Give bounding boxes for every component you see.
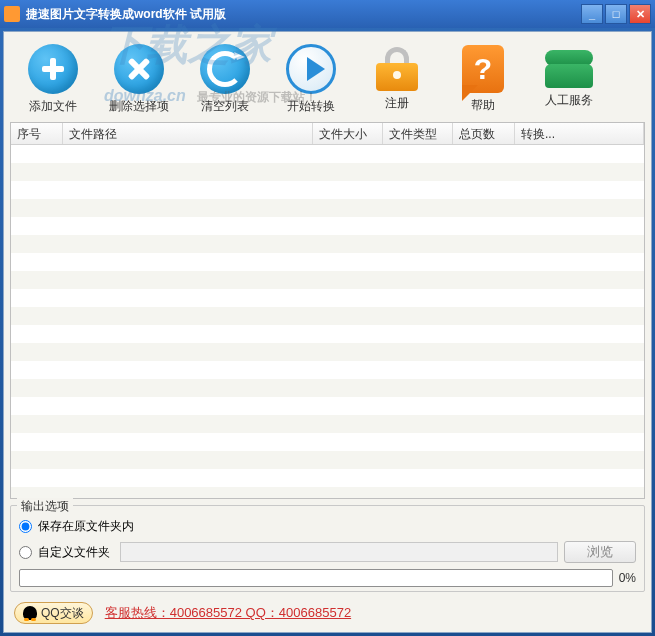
window-title: 捷速图片文字转换成word软件 试用版 <box>26 6 581 23</box>
browse-button[interactable]: 浏览 <box>564 541 636 563</box>
qq-chat-button[interactable]: QQ交谈 <box>14 602 93 624</box>
register-label: 注册 <box>385 95 409 112</box>
radio-custom-folder-label[interactable]: 自定义文件夹 <box>38 544 110 561</box>
help-icon: ? <box>462 45 504 93</box>
remove-selected-button[interactable]: 删除选择项 <box>96 44 182 115</box>
add-file-label: 添加文件 <box>29 98 77 115</box>
window-controls: _ □ ✕ <box>581 4 651 24</box>
add-file-button[interactable]: 添加文件 <box>10 44 96 115</box>
register-button[interactable]: 注册 <box>354 47 440 112</box>
col-pages[interactable]: 总页数 <box>453 123 515 144</box>
hotline-link[interactable]: 客服热线：4006685572 QQ：4006685572 <box>105 604 351 622</box>
radio-same-folder[interactable] <box>19 520 32 533</box>
radio-same-folder-row: 保存在原文件夹内 <box>19 518 636 535</box>
col-convert[interactable]: 转换... <box>515 123 644 144</box>
app-window: 捷速图片文字转换成word软件 试用版 _ □ ✕ 下载之家 downza.cn… <box>0 0 655 636</box>
reset-icon <box>200 44 250 94</box>
progress-row: 0% <box>19 569 636 587</box>
service-button[interactable]: 人工服务 <box>526 50 612 109</box>
x-icon <box>114 44 164 94</box>
clear-list-button[interactable]: 清空列表 <box>182 44 268 115</box>
service-label: 人工服务 <box>545 92 593 109</box>
col-index[interactable]: 序号 <box>11 123 63 144</box>
maximize-button[interactable]: □ <box>605 4 627 24</box>
table-body[interactable] <box>11 145 644 498</box>
col-path[interactable]: 文件路径 <box>63 123 313 144</box>
custom-path-input[interactable] <box>120 542 558 562</box>
output-legend: 输出选项 <box>17 498 73 515</box>
qq-chat-label: QQ交谈 <box>41 605 84 622</box>
col-type[interactable]: 文件类型 <box>383 123 453 144</box>
start-convert-button[interactable]: 开始转换 <box>268 44 354 115</box>
file-table: 序号 文件路径 文件大小 文件类型 总页数 转换... <box>10 122 645 499</box>
close-button[interactable]: ✕ <box>629 4 651 24</box>
phone-icon <box>545 50 593 88</box>
footer: QQ交谈 客服热线：4006685572 QQ：4006685572 <box>4 598 651 632</box>
radio-same-folder-label[interactable]: 保存在原文件夹内 <box>38 518 134 535</box>
radio-custom-folder-row: 自定义文件夹 浏览 <box>19 541 636 563</box>
remove-selected-label: 删除选择项 <box>109 98 169 115</box>
progress-percent: 0% <box>619 571 636 585</box>
output-options: 输出选项 保存在原文件夹内 自定义文件夹 浏览 0% <box>10 505 645 592</box>
qq-icon <box>23 606 37 620</box>
radio-custom-folder[interactable] <box>19 546 32 559</box>
plus-icon <box>28 44 78 94</box>
play-icon <box>286 44 336 94</box>
client-area: 下载之家 downza.cn 最专业的资源下载站！ 添加文件 删除选择项 清空列… <box>3 31 652 633</box>
help-button[interactable]: ? 帮助 <box>440 45 526 114</box>
progress-bar <box>19 569 613 587</box>
start-convert-label: 开始转换 <box>287 98 335 115</box>
toolbar: 添加文件 删除选择项 清空列表 开始转换 注册 ? <box>4 32 651 122</box>
col-size[interactable]: 文件大小 <box>313 123 383 144</box>
clear-list-label: 清空列表 <box>201 98 249 115</box>
minimize-button[interactable]: _ <box>581 4 603 24</box>
table-header: 序号 文件路径 文件大小 文件类型 总页数 转换... <box>11 123 644 145</box>
app-icon <box>4 6 20 22</box>
titlebar[interactable]: 捷速图片文字转换成word软件 试用版 _ □ ✕ <box>0 0 655 28</box>
lock-icon <box>376 47 418 91</box>
